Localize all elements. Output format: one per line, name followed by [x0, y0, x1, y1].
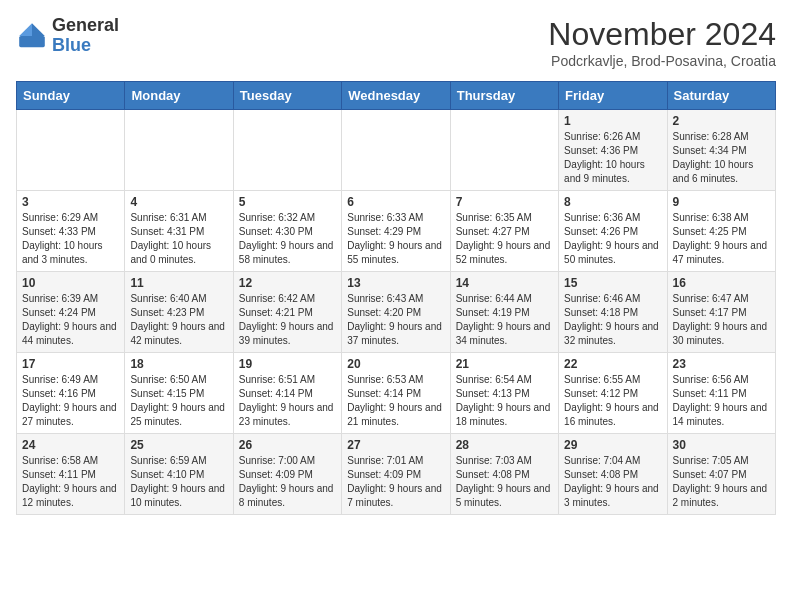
calendar-week-row: 17Sunrise: 6:49 AM Sunset: 4:16 PM Dayli… — [17, 353, 776, 434]
day-info: Sunrise: 6:54 AM Sunset: 4:13 PM Dayligh… — [456, 373, 553, 429]
calendar-cell: 17Sunrise: 6:49 AM Sunset: 4:16 PM Dayli… — [17, 353, 125, 434]
day-info: Sunrise: 6:56 AM Sunset: 4:11 PM Dayligh… — [673, 373, 770, 429]
day-number: 18 — [130, 357, 227, 371]
day-info: Sunrise: 6:39 AM Sunset: 4:24 PM Dayligh… — [22, 292, 119, 348]
day-number: 25 — [130, 438, 227, 452]
day-number: 29 — [564, 438, 661, 452]
day-info: Sunrise: 6:36 AM Sunset: 4:26 PM Dayligh… — [564, 211, 661, 267]
day-of-week-header: Wednesday — [342, 82, 450, 110]
calendar-cell: 2Sunrise: 6:28 AM Sunset: 4:34 PM Daylig… — [667, 110, 775, 191]
calendar-cell — [17, 110, 125, 191]
calendar-cell: 11Sunrise: 6:40 AM Sunset: 4:23 PM Dayli… — [125, 272, 233, 353]
calendar-cell: 18Sunrise: 6:50 AM Sunset: 4:15 PM Dayli… — [125, 353, 233, 434]
day-info: Sunrise: 7:00 AM Sunset: 4:09 PM Dayligh… — [239, 454, 336, 510]
day-number: 2 — [673, 114, 770, 128]
day-info: Sunrise: 6:50 AM Sunset: 4:15 PM Dayligh… — [130, 373, 227, 429]
day-info: Sunrise: 6:44 AM Sunset: 4:19 PM Dayligh… — [456, 292, 553, 348]
calendar-cell: 22Sunrise: 6:55 AM Sunset: 4:12 PM Dayli… — [559, 353, 667, 434]
svg-marker-0 — [32, 23, 45, 36]
day-of-week-header: Sunday — [17, 82, 125, 110]
day-info: Sunrise: 6:32 AM Sunset: 4:30 PM Dayligh… — [239, 211, 336, 267]
day-number: 8 — [564, 195, 661, 209]
calendar-cell: 20Sunrise: 6:53 AM Sunset: 4:14 PM Dayli… — [342, 353, 450, 434]
calendar-cell: 1Sunrise: 6:26 AM Sunset: 4:36 PM Daylig… — [559, 110, 667, 191]
calendar-cell: 28Sunrise: 7:03 AM Sunset: 4:08 PM Dayli… — [450, 434, 558, 515]
calendar-cell: 25Sunrise: 6:59 AM Sunset: 4:10 PM Dayli… — [125, 434, 233, 515]
calendar-cell — [450, 110, 558, 191]
calendar-cell: 9Sunrise: 6:38 AM Sunset: 4:25 PM Daylig… — [667, 191, 775, 272]
day-number: 17 — [22, 357, 119, 371]
day-number: 3 — [22, 195, 119, 209]
calendar-cell: 27Sunrise: 7:01 AM Sunset: 4:09 PM Dayli… — [342, 434, 450, 515]
day-number: 11 — [130, 276, 227, 290]
calendar-cell: 7Sunrise: 6:35 AM Sunset: 4:27 PM Daylig… — [450, 191, 558, 272]
svg-marker-1 — [19, 23, 32, 36]
day-info: Sunrise: 6:43 AM Sunset: 4:20 PM Dayligh… — [347, 292, 444, 348]
day-info: Sunrise: 6:42 AM Sunset: 4:21 PM Dayligh… — [239, 292, 336, 348]
day-number: 4 — [130, 195, 227, 209]
day-info: Sunrise: 7:01 AM Sunset: 4:09 PM Dayligh… — [347, 454, 444, 510]
day-info: Sunrise: 6:47 AM Sunset: 4:17 PM Dayligh… — [673, 292, 770, 348]
day-info: Sunrise: 6:58 AM Sunset: 4:11 PM Dayligh… — [22, 454, 119, 510]
calendar-cell — [233, 110, 341, 191]
calendar-cell: 29Sunrise: 7:04 AM Sunset: 4:08 PM Dayli… — [559, 434, 667, 515]
day-info: Sunrise: 6:51 AM Sunset: 4:14 PM Dayligh… — [239, 373, 336, 429]
day-number: 23 — [673, 357, 770, 371]
calendar-week-row: 10Sunrise: 6:39 AM Sunset: 4:24 PM Dayli… — [17, 272, 776, 353]
calendar-cell: 4Sunrise: 6:31 AM Sunset: 4:31 PM Daylig… — [125, 191, 233, 272]
day-number: 14 — [456, 276, 553, 290]
day-number: 20 — [347, 357, 444, 371]
calendar-table: SundayMondayTuesdayWednesdayThursdayFrid… — [16, 81, 776, 515]
calendar-cell: 23Sunrise: 6:56 AM Sunset: 4:11 PM Dayli… — [667, 353, 775, 434]
day-number: 10 — [22, 276, 119, 290]
day-number: 7 — [456, 195, 553, 209]
calendar-cell — [125, 110, 233, 191]
day-number: 13 — [347, 276, 444, 290]
day-info: Sunrise: 6:40 AM Sunset: 4:23 PM Dayligh… — [130, 292, 227, 348]
day-info: Sunrise: 6:55 AM Sunset: 4:12 PM Dayligh… — [564, 373, 661, 429]
calendar-cell: 16Sunrise: 6:47 AM Sunset: 4:17 PM Dayli… — [667, 272, 775, 353]
day-number: 16 — [673, 276, 770, 290]
day-number: 22 — [564, 357, 661, 371]
calendar-cell: 26Sunrise: 7:00 AM Sunset: 4:09 PM Dayli… — [233, 434, 341, 515]
day-number: 15 — [564, 276, 661, 290]
calendar-cell: 3Sunrise: 6:29 AM Sunset: 4:33 PM Daylig… — [17, 191, 125, 272]
calendar-cell: 24Sunrise: 6:58 AM Sunset: 4:11 PM Dayli… — [17, 434, 125, 515]
day-number: 27 — [347, 438, 444, 452]
calendar-cell: 13Sunrise: 6:43 AM Sunset: 4:20 PM Dayli… — [342, 272, 450, 353]
day-of-week-header: Friday — [559, 82, 667, 110]
logo: General Blue — [16, 16, 119, 56]
svg-rect-2 — [19, 36, 45, 47]
day-number: 26 — [239, 438, 336, 452]
calendar-week-row: 24Sunrise: 6:58 AM Sunset: 4:11 PM Dayli… — [17, 434, 776, 515]
day-info: Sunrise: 6:38 AM Sunset: 4:25 PM Dayligh… — [673, 211, 770, 267]
calendar-cell: 14Sunrise: 6:44 AM Sunset: 4:19 PM Dayli… — [450, 272, 558, 353]
calendar-cell — [342, 110, 450, 191]
day-number: 30 — [673, 438, 770, 452]
day-info: Sunrise: 7:04 AM Sunset: 4:08 PM Dayligh… — [564, 454, 661, 510]
day-number: 9 — [673, 195, 770, 209]
day-of-week-header: Thursday — [450, 82, 558, 110]
calendar-cell: 10Sunrise: 6:39 AM Sunset: 4:24 PM Dayli… — [17, 272, 125, 353]
day-info: Sunrise: 7:05 AM Sunset: 4:07 PM Dayligh… — [673, 454, 770, 510]
day-number: 24 — [22, 438, 119, 452]
day-number: 19 — [239, 357, 336, 371]
page-header: General Blue November 2024 Podcrkavlje, … — [16, 16, 776, 69]
calendar-cell: 21Sunrise: 6:54 AM Sunset: 4:13 PM Dayli… — [450, 353, 558, 434]
day-info: Sunrise: 6:59 AM Sunset: 4:10 PM Dayligh… — [130, 454, 227, 510]
logo-icon — [16, 20, 48, 52]
day-of-week-header: Tuesday — [233, 82, 341, 110]
calendar-week-row: 3Sunrise: 6:29 AM Sunset: 4:33 PM Daylig… — [17, 191, 776, 272]
logo-text: General Blue — [52, 16, 119, 56]
location: Podcrkavlje, Brod-Posavina, Croatia — [548, 53, 776, 69]
day-of-week-header: Monday — [125, 82, 233, 110]
calendar-cell: 15Sunrise: 6:46 AM Sunset: 4:18 PM Dayli… — [559, 272, 667, 353]
calendar-cell: 8Sunrise: 6:36 AM Sunset: 4:26 PM Daylig… — [559, 191, 667, 272]
day-info: Sunrise: 6:35 AM Sunset: 4:27 PM Dayligh… — [456, 211, 553, 267]
day-info: Sunrise: 6:31 AM Sunset: 4:31 PM Dayligh… — [130, 211, 227, 267]
day-number: 1 — [564, 114, 661, 128]
calendar-header-row: SundayMondayTuesdayWednesdayThursdayFrid… — [17, 82, 776, 110]
day-number: 5 — [239, 195, 336, 209]
day-info: Sunrise: 6:29 AM Sunset: 4:33 PM Dayligh… — [22, 211, 119, 267]
day-info: Sunrise: 6:49 AM Sunset: 4:16 PM Dayligh… — [22, 373, 119, 429]
